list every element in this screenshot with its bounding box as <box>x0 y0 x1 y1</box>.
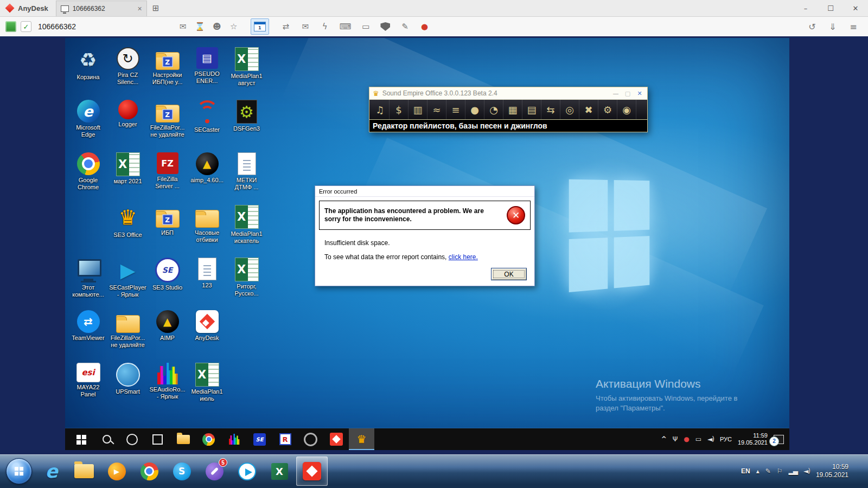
connection-tile-icon[interactable] <box>5 21 16 32</box>
clock[interactable]: 11:59 19.05.2021 <box>738 432 768 446</box>
anydesk-button[interactable] <box>323 428 349 450</box>
keyboard-icon[interactable]: ⌨ <box>340 22 352 31</box>
volume-icon[interactable] <box>707 435 714 443</box>
desktop-icon-zipfolder[interactable]: ИБП <box>148 202 187 255</box>
ring-app-button[interactable] <box>298 428 323 450</box>
desktop-icon-anydesk[interactable]: AnyDesk <box>187 307 227 360</box>
skype-button[interactable]: S <box>166 457 197 486</box>
downloads-icon[interactable]: ⇓ <box>828 22 838 32</box>
grid-icon[interactable]: ▦ <box>503 100 522 119</box>
desktop-icon-blueapp[interactable]: ▤PSEUDO ENER... <box>187 44 227 97</box>
telegram-button[interactable] <box>231 457 263 486</box>
desktop-icon-redblob[interactable]: Logger <box>108 97 148 150</box>
chrome-button[interactable] <box>196 428 221 450</box>
chrome-host-button[interactable] <box>133 457 165 486</box>
view-icon[interactable]: ◉ <box>617 100 636 119</box>
desktop-icon-doc[interactable]: МЕТКИ ДТМФ ... <box>227 150 266 202</box>
desktop-icon-aimp[interactable]: ▲aimp_4.60... <box>187 150 227 202</box>
actions-icon[interactable]: ϟ <box>320 22 330 31</box>
desktop-icon-excel[interactable]: MediaPlan1 искатель <box>227 202 266 255</box>
participants-icon[interactable]: ☻ <box>212 22 222 31</box>
session-time-icon[interactable]: ⌛ <box>195 22 205 31</box>
finance-icon[interactable]: $ <box>390 100 409 119</box>
notifications-icon[interactable]: 2 <box>774 435 784 444</box>
excel-button[interactable]: X <box>264 457 295 486</box>
desktop-icon-excel[interactable]: MediaPlan1 июль <box>187 360 227 413</box>
se-minimize-button[interactable] <box>611 90 620 97</box>
scheduler-icon[interactable]: ◔ <box>484 100 503 119</box>
desktop-icon-excel[interactable]: MediaPlan1 август <box>227 44 266 97</box>
exchange-icon[interactable]: ⇆ <box>541 100 560 119</box>
desktop-icon-bars[interactable]: SEAudioRo... - Ярлык <box>148 360 187 413</box>
favorites-icon[interactable]: ☆ <box>229 22 239 31</box>
se-close-button[interactable] <box>635 90 644 97</box>
session-verified-icon[interactable] <box>21 21 31 32</box>
viber-button[interactable]: 5 <box>199 457 230 486</box>
desktop-icon-zipfolder[interactable]: Настройки ИБП(не у... <box>148 44 187 97</box>
permissions-icon[interactable] <box>380 22 390 31</box>
r-app-button[interactable]: R <box>272 428 298 450</box>
task-view-button[interactable] <box>145 428 170 450</box>
history-icon[interactable]: ↺ <box>807 22 817 32</box>
sound-empire-button[interactable]: ♛ <box>349 428 374 450</box>
start-orb[interactable] <box>3 457 35 486</box>
chat-icon[interactable]: ✉ <box>301 22 310 31</box>
action-center-icon[interactable] <box>777 467 783 475</box>
database-icon[interactable]: ◎ <box>560 100 579 119</box>
desktop-icon-recycle[interactable]: ♻Корзина <box>68 44 108 97</box>
desktop-icon-gear[interactable]: ⚙DSFGen3 <box>227 97 266 150</box>
session-tab[interactable]: 106666362 <box>56 1 147 16</box>
host-clock[interactable]: 10:59 19.05.2021 <box>816 463 848 479</box>
whiteboard-icon[interactable]: ✎ <box>400 22 410 31</box>
cortana-button[interactable] <box>119 428 145 450</box>
microphone-icon[interactable] <box>673 435 678 443</box>
desktop-icon-refresh[interactable]: ↻Pira CZ Silenc... <box>108 44 148 97</box>
desktop-icon-doc[interactable]: 123 <box>187 255 227 307</box>
click-here-link[interactable]: click here. <box>449 253 478 261</box>
secaster-button[interactable]: SE <box>247 428 272 450</box>
start-button[interactable] <box>68 428 94 450</box>
se-maximize-button[interactable] <box>623 90 632 97</box>
anydesk-host-button[interactable] <box>296 457 328 486</box>
desktop-icon-folder[interactable]: FileZillaPor... не удаляйте <box>108 307 148 360</box>
desktop-icon-esi[interactable]: esiMAYA22 Panel <box>68 360 108 413</box>
se-titlebar[interactable]: Sound Empire Office 3.0.0.123 Beta 2.4 <box>369 87 647 100</box>
log-icon[interactable]: ▤ <box>522 100 541 119</box>
display-settings-icon[interactable]: ▭ <box>361 22 371 31</box>
minimize-button[interactable] <box>793 0 818 16</box>
desktop-icon-computer[interactable]: Этот компьюте... <box>68 255 108 307</box>
file-transfer-icon[interactable]: ⇄ <box>281 22 291 31</box>
language-indicator[interactable]: РУС <box>720 436 732 442</box>
desktop-icon-play[interactable]: ▶SECastPlayer - Ярлык <box>108 255 148 307</box>
desktop-icon-wifi[interactable]: SECaster <box>187 97 227 150</box>
playlist-icon[interactable]: ≡ <box>446 100 465 119</box>
music-icon[interactable]: ♫ <box>371 100 390 119</box>
volume-icon[interactable] <box>803 467 810 475</box>
media-player-button[interactable]: ▶ <box>101 457 132 486</box>
desktop-icon-upsmart[interactable]: UPSmart <box>108 360 148 413</box>
tray-expand-icon[interactable] <box>661 435 667 443</box>
record-session-icon[interactable]: ● <box>419 22 429 31</box>
recorder-icon[interactable] <box>684 435 689 443</box>
menu-icon[interactable]: ≡ <box>848 22 858 32</box>
desktop-icon-excel[interactable]: Риторг, Русско... <box>227 255 266 307</box>
desktop-icon-fz[interactable]: FZFileZilla Server ... <box>148 150 187 202</box>
desktop-icon-edge[interactable]: eMicrosoft Edge <box>68 97 108 150</box>
desktop-icon-zipfolder[interactable]: FileZillaPor... не удаляйте <box>148 97 187 150</box>
pen-icon[interactable] <box>765 467 771 475</box>
host-language-indicator[interactable]: EN <box>741 467 750 475</box>
search-button[interactable] <box>94 428 119 450</box>
audio-levels-button[interactable] <box>221 428 247 450</box>
chat-unavailable-icon[interactable]: ✉ <box>178 22 188 31</box>
network-icon[interactable] <box>789 467 797 475</box>
display-icon[interactable] <box>695 435 701 443</box>
tools-icon[interactable]: ✖ <box>579 100 598 119</box>
desktop-icon-chrome[interactable]: Google Chrome <box>68 150 108 202</box>
waveform-icon[interactable]: ≈ <box>427 100 446 119</box>
desktop-icon-aimp[interactable]: ▲AIMP <box>148 307 187 360</box>
document-icon[interactable]: ▥ <box>409 100 427 119</box>
desktop-icon-excel[interactable]: март 2021 <box>108 150 148 202</box>
new-session-button[interactable] <box>152 3 159 13</box>
explorer-button[interactable] <box>68 457 100 486</box>
desktop-icon-teamviewer[interactable]: ⇄TeamViewer <box>68 307 108 360</box>
